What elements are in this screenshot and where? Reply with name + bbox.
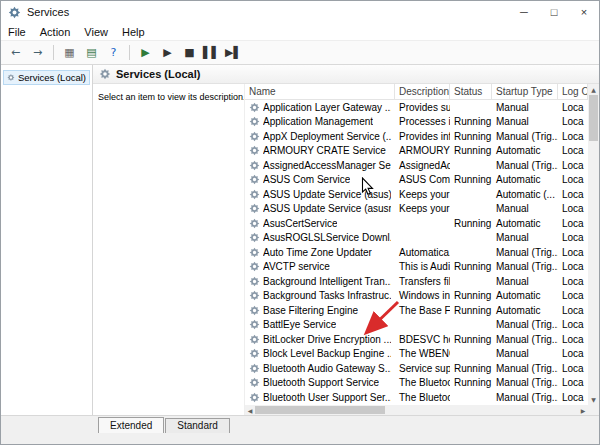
column-header-status[interactable]: Status (450, 84, 492, 99)
back-icon[interactable]: ← (5, 43, 26, 62)
service-gear-icon (249, 247, 260, 258)
table-row[interactable]: Block Level Backup Engine ... The WBENG.… (245, 347, 588, 362)
close-button[interactable]: × (569, 1, 599, 23)
service-name: BitLocker Drive Encryption ... (263, 334, 391, 345)
service-log-on-as: Loca (558, 144, 588, 159)
show-console-tree-icon[interactable]: ▦ (59, 43, 80, 62)
service-gear-icon (249, 319, 260, 330)
table-row[interactable]: AsusCertService Running Automatic Loca (245, 216, 588, 231)
table-row[interactable]: ASUS Com Service ASUS Com ... Running Au… (245, 173, 588, 188)
table-row[interactable]: Background Intelligent Tran... Transfers… (245, 274, 588, 289)
export-list-icon[interactable]: ▤ (81, 43, 102, 62)
table-row[interactable]: ASUS Update Service (asus) Keeps your ..… (245, 187, 588, 202)
service-name: Application Management (263, 116, 373, 127)
service-gear-icon (249, 392, 260, 403)
menu-view[interactable]: View (77, 25, 115, 39)
service-gear-icon (249, 348, 260, 359)
column-header-name[interactable]: Name (245, 84, 395, 99)
horizontal-scrollbar[interactable]: ◀ ▶ (245, 405, 588, 415)
service-description: The Bluetoo... (395, 376, 450, 391)
service-name: Bluetooth Support Service (263, 377, 379, 388)
service-description: Keeps your ... (395, 187, 450, 202)
minimize-button[interactable]: ─ (509, 1, 539, 23)
table-row[interactable]: AppX Deployment Service (... Provides in… (245, 129, 588, 144)
service-name: Bluetooth User Support Ser... (263, 392, 391, 403)
service-log-on-as: Loca (558, 289, 588, 304)
service-status (450, 347, 492, 362)
service-gear-icon (249, 218, 260, 229)
service-description: AssignedAc... (395, 158, 450, 173)
toolbar-separator (53, 45, 54, 60)
service-status: Running (450, 303, 492, 318)
menu-help[interactable]: Help (115, 25, 152, 39)
table-row[interactable]: ASUS Update Service (asusm) Keeps your .… (245, 202, 588, 217)
service-description: The WBENG... (395, 347, 450, 362)
table-row[interactable]: Bluetooth Audio Gateway S... Service sup… (245, 361, 588, 376)
forward-icon[interactable]: → (27, 43, 48, 62)
window-title: Services (27, 6, 69, 18)
service-status (450, 202, 492, 217)
service-description: ARMOURY ... (395, 144, 450, 159)
table-row[interactable]: Application Layer Gateway ... Provides s… (245, 100, 588, 115)
service-gear-icon (249, 160, 260, 171)
service-status (450, 245, 492, 260)
service-gear-icon (249, 334, 260, 345)
service-status: Running (450, 173, 492, 188)
table-row[interactable]: BattlEye Service Manual (Trig... Loca (245, 318, 588, 333)
services-list-pane: Name Description Status Startup Type Log… (245, 84, 599, 415)
table-row[interactable]: AssignedAccessManager Se... AssignedAc..… (245, 158, 588, 173)
services-gear-icon (8, 6, 21, 19)
scroll-up-icon[interactable]: ▲ (588, 84, 599, 95)
description-pane: Select an item to view its description. (93, 84, 245, 415)
service-description (395, 231, 450, 246)
service-gear-icon (249, 377, 260, 388)
help-icon[interactable]: ? (103, 43, 124, 62)
tree-item-services-local[interactable]: Services (Local) (3, 70, 90, 85)
menu-action[interactable]: Action (33, 25, 78, 39)
tab-standard[interactable]: Standard (165, 418, 230, 433)
table-row[interactable]: AVCTP service This is Audi... Running Ma… (245, 260, 588, 275)
service-name: ASUS Update Service (asusm) (263, 203, 391, 214)
horizontal-scroll-thumb[interactable] (255, 406, 385, 414)
service-startup-type: Automatic (492, 216, 558, 231)
column-header-startup-type[interactable]: Startup Type (492, 84, 558, 99)
menu-file[interactable]: File (1, 25, 33, 39)
service-status (450, 390, 492, 405)
column-header-log-on-as[interactable]: Log On As (558, 84, 588, 99)
pause-service-icon[interactable]: ▌▌ (201, 43, 222, 62)
table-row[interactable]: Application Management Processes in... R… (245, 115, 588, 130)
table-row[interactable]: AsusROGLSLService Downl... Manual Loca (245, 231, 588, 246)
start-service-icon[interactable]: ▶ (135, 43, 156, 62)
service-log-on-as: Loca (558, 376, 588, 391)
table-row[interactable]: Base Filtering Engine The Base Fil... Ru… (245, 303, 588, 318)
service-name: ASUS Com Service (263, 174, 350, 185)
service-startup-type: Manual (492, 231, 558, 246)
vertical-scrollbar[interactable]: ▲ ▼ (588, 84, 599, 405)
service-log-on-as: Loca (558, 347, 588, 362)
service-log-on-as: Loca (558, 158, 588, 173)
stop-service-icon[interactable]: ■ (179, 43, 200, 62)
scroll-left-icon[interactable]: ◀ (245, 405, 255, 415)
service-description: Service sup... (395, 361, 450, 376)
service-description: Transfers fil... (395, 274, 450, 289)
table-row[interactable]: Auto Time Zone Updater Automatica... Man… (245, 245, 588, 260)
scroll-down-icon[interactable]: ▼ (588, 394, 599, 405)
play-service-icon[interactable]: ▶ (157, 43, 178, 62)
restart-service-icon[interactable]: ▶▌ (223, 43, 244, 62)
table-row[interactable]: Bluetooth Support Service The Bluetoo...… (245, 376, 588, 391)
table-row[interactable]: Bluetooth User Support Ser... The Blueto… (245, 390, 588, 405)
result-pane: Services (Local) Select an item to view … (93, 65, 599, 415)
column-header-description[interactable]: Description (395, 84, 450, 99)
service-startup-type: Manual (492, 100, 558, 115)
tab-extended[interactable]: Extended (98, 417, 164, 433)
table-row[interactable]: Background Tasks Infrastruc... Windows i… (245, 289, 588, 304)
service-startup-type: Manual (492, 202, 558, 217)
menu-bar: FileActionViewHelp (1, 23, 599, 41)
service-description: ASUS Com ... (395, 173, 450, 188)
table-row[interactable]: BitLocker Drive Encryption ... BDESVC ho… (245, 332, 588, 347)
table-row[interactable]: ARMOURY CRATE Service ARMOURY ... Runnin… (245, 144, 588, 159)
maximize-button[interactable]: □ (539, 1, 569, 23)
scroll-right-icon[interactable]: ▶ (578, 405, 588, 415)
vertical-scroll-thumb[interactable] (589, 95, 598, 141)
service-startup-type: Manual (492, 347, 558, 362)
